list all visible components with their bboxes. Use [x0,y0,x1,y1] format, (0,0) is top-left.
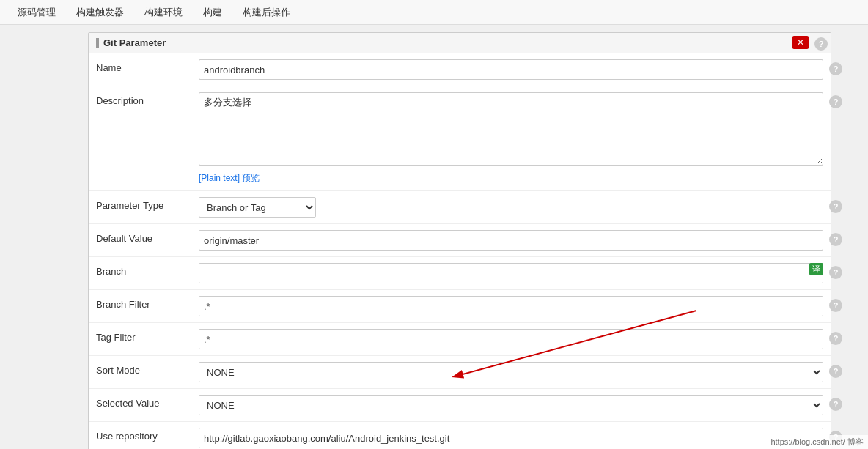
delete-section-button[interactable]: ✕ [792,36,809,49]
branch-filter-control: ? [199,296,823,316]
description-label: Description [96,92,199,106]
section-title-1: Git Parameter [103,37,166,48]
plain-text-link[interactable]: [Plain text] 预览 [199,172,260,185]
top-navigation: 源码管理 构建触发器 构建环境 构建 构建后操作 [0,0,868,25]
git-parameter-section-1: Git Parameter ✕ ? Name ? Description 多分支… [88,32,831,449]
name-input[interactable] [199,59,823,80]
name-control: ? [199,59,823,80]
name-help-icon[interactable]: ? [829,62,842,75]
selected-value-row: Selected Value NONE TOP DEFAULT ? [89,389,831,422]
selected-value-help-icon[interactable]: ? [829,398,842,411]
translate-icon[interactable]: 译 [809,263,823,275]
watermark: https://blog.csdn.net/ 博客 [766,435,868,449]
branch-input[interactable] [199,263,823,283]
branch-control: 译 ? [199,263,823,283]
description-row: Description 多分支选择 [Plain text] 预览 ? [89,86,831,191]
branch-filter-row: Branch Filter ? [89,290,831,323]
section-header-1: Git Parameter ✕ ? [89,33,831,53]
nav-item-post[interactable]: 构建后操作 [232,0,301,25]
branch-help-icon[interactable]: ? [829,266,842,279]
tag-filter-control: ? [199,329,823,349]
selected-value-label: Selected Value [96,395,199,409]
parameter-type-help-icon[interactable]: ? [829,200,842,213]
tag-filter-input[interactable] [199,329,823,349]
description-help-icon[interactable]: ? [829,95,842,108]
branch-filter-input[interactable] [199,296,823,316]
sort-mode-select[interactable]: NONE ASCENDING DESCENDING ASCENDING_SMAR… [199,362,823,382]
description-control: 多分支选择 [Plain text] 预览 ? [199,92,823,185]
sort-mode-label: Sort Mode [96,362,199,376]
section-help-icon[interactable]: ? [814,37,828,51]
name-label: Name [96,59,199,73]
sort-mode-control: NONE ASCENDING DESCENDING ASCENDING_SMAR… [199,362,823,382]
sort-mode-row: Sort Mode NONE ASCENDING DESCENDING ASCE… [89,356,831,389]
use-repository-label: Use repository [96,428,199,442]
use-repository-control: ? [199,428,823,448]
branch-filter-help-icon[interactable]: ? [829,299,842,312]
name-row: Name ? [89,53,831,86]
default-value-help-icon[interactable]: ? [829,233,842,246]
tag-filter-row: Tag Filter ? [89,323,831,356]
selected-value-control: NONE TOP DEFAULT ? [199,395,823,415]
parameter-type-select[interactable]: Branch or Tag Branch Tag Revision [199,197,316,218]
default-value-row: Default Value ? [89,224,831,257]
header-bar [96,38,99,48]
main-content: Git Parameter ✕ ? Name ? Description 多分支… [0,25,868,449]
nav-item-trigger[interactable]: 构建触发器 [66,0,134,25]
selected-value-select[interactable]: NONE TOP DEFAULT [199,395,823,415]
tag-filter-help-icon[interactable]: ? [829,332,842,345]
use-repository-input[interactable] [199,428,823,448]
default-value-input[interactable] [199,230,823,251]
nav-item-env[interactable]: 构建环境 [134,0,193,25]
branch-filter-label: Branch Filter [96,296,199,310]
sort-mode-help-icon[interactable]: ? [829,365,842,378]
parameter-type-label: Parameter Type [96,197,199,211]
tag-filter-label: Tag Filter [96,329,199,343]
default-value-label: Default Value [96,230,199,244]
parameter-type-control: Branch or Tag Branch Tag Revision ? [199,197,823,218]
description-textarea[interactable]: 多分支选择 [199,92,823,166]
use-repository-row: Use repository ? [89,422,831,449]
nav-item-source[interactable]: 源码管理 [7,0,66,25]
parameter-type-row: Parameter Type Branch or Tag Branch Tag … [89,191,831,224]
nav-item-build[interactable]: 构建 [193,0,232,25]
default-value-control: ? [199,230,823,251]
branch-label: Branch [96,263,199,277]
branch-row: Branch 译 ? [89,257,831,290]
